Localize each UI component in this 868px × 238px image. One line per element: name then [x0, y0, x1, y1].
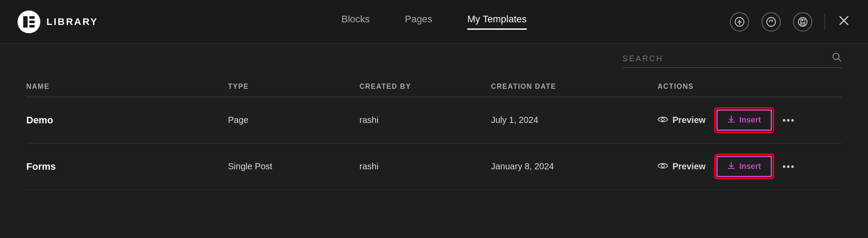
- row-1-actions: Preview Insert •••: [658, 109, 842, 131]
- tab-blocks[interactable]: Blocks: [342, 14, 370, 30]
- svg-rect-3: [29, 25, 35, 28]
- search-bar-area: [0, 44, 868, 77]
- row-1-created-by: rashi: [359, 115, 491, 125]
- row-1-insert-button[interactable]: Insert: [716, 109, 772, 131]
- row-2-insert-label: Insert: [740, 162, 761, 171]
- row-2-more-button[interactable]: •••: [783, 161, 795, 172]
- svg-point-17: [662, 164, 665, 167]
- search-input[interactable]: [623, 54, 832, 63]
- header-actions: [730, 12, 850, 32]
- row-2-preview-button[interactable]: Preview: [658, 161, 706, 172]
- close-button[interactable]: [837, 14, 850, 29]
- table-row: Forms Single Post rashi January 8, 2024 …: [26, 144, 842, 190]
- svg-rect-1: [29, 16, 35, 19]
- library-title: LIBRARY: [46, 16, 98, 28]
- svg-line-14: [838, 59, 841, 61]
- row-2-type: Single Post: [228, 161, 359, 172]
- row-1-more-button[interactable]: •••: [783, 115, 795, 126]
- svg-point-15: [662, 118, 665, 121]
- nav-tabs: Blocks Pages My Templates: [342, 14, 527, 30]
- svg-rect-0: [23, 16, 28, 28]
- download-icon: [727, 115, 735, 125]
- download-icon: [727, 161, 735, 172]
- header: LIBRARY Blocks Pages My Templates: [0, 0, 868, 44]
- row-2-name: Forms: [26, 161, 228, 172]
- tab-my-templates[interactable]: My Templates: [467, 14, 526, 30]
- row-1-type: Page: [228, 115, 359, 125]
- row-1-preview-label: Preview: [672, 115, 706, 125]
- svg-rect-9: [800, 23, 805, 25]
- tab-pages[interactable]: Pages: [405, 14, 432, 30]
- row-1-preview-button[interactable]: Preview: [658, 115, 706, 126]
- col-header-type: TYPE: [228, 83, 359, 91]
- row-1-name: Demo: [26, 115, 228, 126]
- save-button[interactable]: [793, 12, 812, 32]
- upload-button[interactable]: [730, 12, 749, 32]
- elementor-logo-icon: [18, 10, 40, 33]
- svg-rect-10: [801, 20, 803, 21]
- row-1-insert-label: Insert: [740, 116, 761, 125]
- eye-icon: [658, 115, 668, 126]
- refresh-button[interactable]: [761, 12, 781, 32]
- search-container: [623, 52, 842, 68]
- logo-area: LIBRARY: [18, 10, 132, 33]
- col-header-creation-date: CREATION DATE: [491, 83, 658, 91]
- table-container: NAME TYPE CREATED BY CREATION DATE ACTIO…: [0, 77, 868, 190]
- col-header-actions: ACTIONS: [658, 83, 842, 91]
- search-button[interactable]: [832, 52, 842, 65]
- svg-point-6: [767, 18, 776, 26]
- table-row: Demo Page rashi July 1, 2024 Preview: [26, 97, 842, 144]
- row-1-creation-date: July 1, 2024: [491, 115, 658, 125]
- row-2-creation-date: January 8, 2024: [491, 161, 658, 172]
- row-2-insert-button[interactable]: Insert: [716, 156, 772, 177]
- row-2-preview-label: Preview: [672, 161, 706, 172]
- header-divider: [825, 13, 825, 31]
- col-header-created-by: CREATED BY: [359, 83, 491, 91]
- eye-icon: [658, 161, 668, 172]
- table-header: NAME TYPE CREATED BY CREATION DATE ACTIO…: [26, 77, 842, 97]
- col-header-name: NAME: [26, 83, 228, 91]
- row-2-actions: Preview Insert •••: [658, 156, 842, 177]
- row-2-created-by: rashi: [359, 161, 491, 172]
- svg-rect-2: [29, 21, 35, 23]
